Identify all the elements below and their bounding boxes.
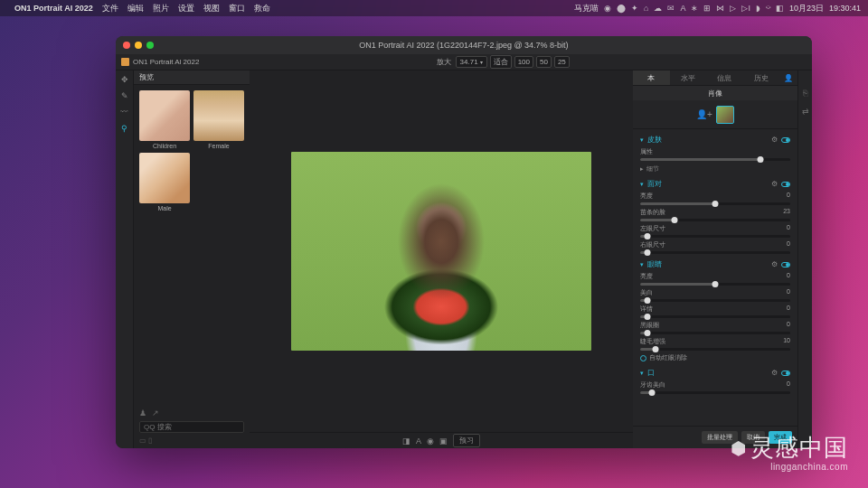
slider-track[interactable] (640, 391, 790, 394)
person-icon[interactable]: ♟ (139, 408, 146, 418)
slider-track[interactable] (640, 158, 790, 161)
slider-track[interactable] (640, 283, 790, 286)
menu-settings[interactable]: 设置 (178, 3, 194, 14)
toggle-icon[interactable] (781, 182, 790, 187)
slider-track[interactable] (640, 315, 790, 318)
status-icon-3[interactable]: ⌂ (644, 4, 648, 13)
app-menu[interactable]: ON1 Portrait AI 2022 (14, 4, 93, 13)
gear-icon[interactable]: ⚙ (771, 369, 778, 377)
date[interactable]: 10月23日 (789, 3, 824, 14)
add-face-icon[interactable]: 👤+ (696, 109, 712, 119)
status-icon-1[interactable]: ⬤ (617, 4, 626, 13)
mask-a-icon[interactable]: A (416, 436, 421, 446)
tab-history[interactable]: 历史 (743, 70, 780, 85)
softproof-icon[interactable]: ▣ (439, 436, 448, 446)
preset-male[interactable]: Male (139, 153, 190, 211)
slider-knob[interactable] (645, 233, 651, 239)
username[interactable]: 马克喵 (574, 3, 599, 14)
export-icon[interactable]: ↗ (152, 408, 159, 418)
play-icon[interactable]: ▷ (730, 4, 736, 13)
menu-photo[interactable]: 照片 (153, 3, 169, 14)
zoom-25[interactable]: 25 (554, 56, 570, 68)
cancel-button[interactable]: 取消 (741, 431, 765, 444)
checkbox-row[interactable]: 自动红眼消除 (640, 353, 790, 362)
user-icon[interactable]: 👤 (779, 70, 797, 85)
sub-expand[interactable]: ▸ 细节 (640, 164, 790, 174)
titlebar[interactable]: ON1 Portrait AI 2022 (1G220144F7-2.jpeg … (116, 36, 812, 54)
hand-tool-icon[interactable]: ✥ (119, 74, 130, 85)
preset-tab[interactable]: 预览 (134, 70, 250, 85)
menu-window[interactable]: 窗口 (229, 3, 245, 14)
gear-icon[interactable]: ⚙ (771, 260, 778, 268)
status-icon-a[interactable]: A (680, 4, 685, 13)
slider-track[interactable] (640, 332, 790, 334)
slider-track[interactable] (640, 348, 790, 351)
menu-file[interactable]: 文件 (102, 3, 118, 14)
slider-knob[interactable] (712, 201, 719, 207)
menu-view[interactable]: 视图 (203, 3, 220, 14)
zoom-50[interactable]: 50 (536, 56, 552, 68)
toggle-icon[interactable] (781, 137, 790, 143)
brush-tool-icon[interactable]: 〰 (119, 107, 130, 117)
tab-info[interactable]: 信息 (706, 70, 743, 85)
image-viewport[interactable] (250, 70, 633, 432)
zoom-dropdown[interactable]: 34.71▾ (456, 56, 487, 68)
slider-knob[interactable] (672, 217, 678, 223)
slider-track[interactable] (640, 235, 790, 238)
menu-edit[interactable]: 编辑 (127, 3, 144, 14)
tab-local[interactable]: 本 (633, 70, 670, 85)
section-header[interactable]: ▾面对⚙ (640, 179, 790, 189)
slider-knob[interactable] (712, 281, 719, 287)
export-tool-icon[interactable]: ⎘ (803, 89, 807, 98)
slider-track[interactable] (640, 299, 790, 302)
section-header[interactable]: ▾口⚙ (640, 368, 790, 378)
wand-tool-icon[interactable]: ✎ (119, 90, 130, 101)
time[interactable]: 19:30:41 (829, 4, 861, 13)
slider-knob[interactable] (645, 314, 651, 320)
section-header[interactable]: ▾皮肤⚙ (640, 135, 790, 145)
wechat-icon[interactable]: ✉ (667, 4, 675, 13)
preset-children[interactable]: Children (139, 90, 190, 149)
face-tool-icon[interactable]: ⚲ (119, 123, 130, 134)
battery-icon[interactable]: ◗ (756, 4, 760, 13)
swap-icon[interactable]: ⇄ (802, 107, 809, 116)
slider-knob[interactable] (645, 330, 651, 336)
batch-button[interactable]: 批量处理 (702, 431, 738, 444)
wifi-icon[interactable]: ⌔ (766, 4, 770, 13)
search-box[interactable]: Q (139, 421, 244, 433)
gear-icon[interactable]: ⚙ (771, 136, 778, 144)
status-icon-5[interactable]: ⊞ (703, 4, 711, 13)
done-button[interactable]: 完成 (769, 431, 792, 444)
grid2-icon[interactable]: ▯ (148, 436, 152, 445)
slider-track[interactable] (640, 251, 790, 254)
gear-icon[interactable]: ⚙ (771, 180, 778, 188)
slider-knob[interactable] (645, 249, 651, 256)
slider-knob[interactable] (652, 346, 658, 352)
search-input[interactable] (149, 423, 240, 431)
slider-knob[interactable] (645, 297, 651, 304)
toggle-icon[interactable] (781, 371, 790, 376)
slider-knob[interactable] (649, 389, 656, 396)
minimize-button[interactable] (135, 42, 142, 49)
close-button[interactable] (123, 42, 130, 49)
slider-track[interactable] (640, 219, 790, 221)
tab-level[interactable]: 水平 (670, 70, 707, 85)
status-icon-2[interactable]: ✦ (631, 4, 638, 13)
slider-track[interactable] (640, 202, 790, 205)
next-icon[interactable]: ▷I (741, 4, 750, 13)
face-thumb-1[interactable] (716, 106, 734, 124)
overlay-icon[interactable]: ◉ (427, 436, 434, 446)
compare-icon[interactable]: ◨ (402, 436, 410, 446)
slider-knob[interactable] (757, 156, 763, 163)
zoom-100[interactable]: 100 (514, 56, 533, 68)
grid-icon[interactable]: ▭ (139, 436, 146, 445)
section-header[interactable]: ▾眼睛⚙ (640, 259, 790, 269)
bluetooth-icon[interactable]: ∗ (691, 4, 698, 13)
maximize-button[interactable] (146, 42, 154, 49)
prev-icon[interactable]: ⋈ (716, 4, 724, 13)
status-icon-4[interactable]: ☁ (654, 4, 662, 13)
toggle-icon[interactable] (781, 262, 790, 267)
menu-help[interactable]: 救命 (254, 3, 270, 14)
preview-button[interactable]: 预习 (453, 434, 480, 447)
whatsapp-icon[interactable]: ◉ (604, 4, 611, 13)
